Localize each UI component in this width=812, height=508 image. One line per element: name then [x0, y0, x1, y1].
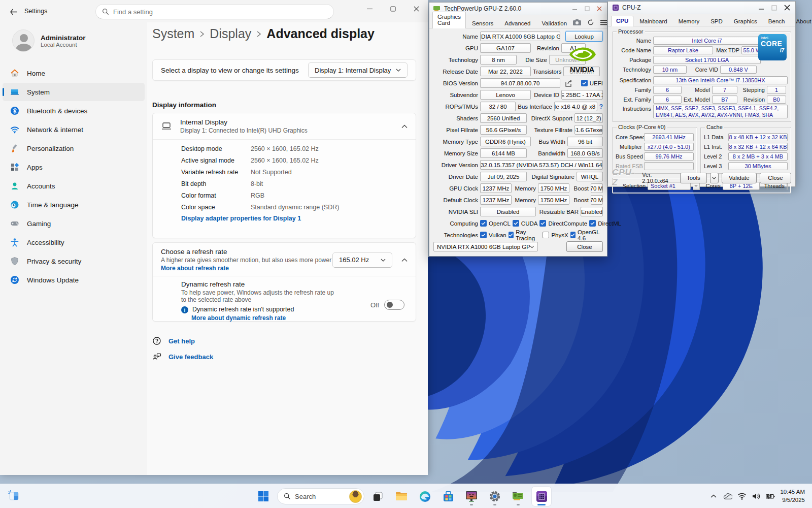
tab-spd[interactable]: SPD [705, 16, 728, 26]
tab-sensors[interactable]: Sensors [467, 18, 498, 28]
opengl-label: OpenGL 4.6 [578, 229, 603, 241]
chevron-up-icon[interactable] [401, 258, 408, 262]
wifi-icon[interactable] [737, 492, 747, 501]
l1-data-field: 8 x 48 KB + 12 x 32 KB [728, 133, 788, 141]
tab-memory[interactable]: Memory [673, 16, 705, 26]
opengl-checkbox[interactable]: OpenGL 4.6 [570, 229, 603, 241]
cpuz-close-button[interactable]: Close [760, 173, 791, 183]
sidebar-item-privacy[interactable]: Privacy & security [3, 252, 145, 270]
tools-button[interactable]: Tools [680, 173, 707, 183]
minimize-button[interactable] [572, 6, 578, 11]
refresh-rate-dropdown[interactable]: 165.02 Hz [332, 252, 392, 268]
minimize-button[interactable] [759, 5, 764, 11]
maximize-button[interactable] [585, 6, 590, 11]
close-button[interactable] [404, 0, 428, 17]
lookup-button[interactable]: Lookup [565, 31, 603, 42]
user-account-type: Local Account [41, 42, 86, 48]
tab-cpu[interactable]: CPU [611, 16, 633, 26]
sidebar-item-system[interactable]: System [3, 83, 145, 101]
sidebar-item-personalization[interactable]: Personalization [3, 139, 145, 157]
gpu-select-dropdown[interactable]: NVIDIA RTX A1000 6GB Laptop GPU [433, 242, 538, 251]
gpuz-tabs: Graphics Card Sensors Advanced Validatio… [429, 15, 607, 28]
chevron-up-icon[interactable] [401, 124, 408, 129]
clock-date: 9/5/2025 [780, 496, 805, 504]
sidebar-item-label: Accounts [27, 182, 55, 190]
cpuz-footer: CPU-Z Ver. 2.10.0.x64 Tools Validate Clo… [608, 171, 795, 184]
uefi-checkbox[interactable]: UEFI [581, 80, 603, 86]
settings-search-box[interactable] [95, 4, 334, 19]
multiplier-label: Multiplier [616, 144, 642, 150]
tools-dropdown-arrow[interactable] [710, 173, 719, 183]
more-about-refresh-rate-link[interactable]: More about refresh rate [161, 265, 332, 272]
directcompute-checkbox[interactable]: DirectCompute [539, 220, 587, 227]
chevron-right-icon [256, 30, 261, 38]
bus-interface-help-button[interactable]: ? [599, 103, 603, 110]
task-view-button[interactable] [368, 487, 388, 506]
start-button[interactable] [254, 487, 273, 506]
close-button[interactable] [597, 6, 602, 11]
opencl-checkbox[interactable]: OpenCL [480, 220, 511, 227]
onedrive-icon[interactable] [723, 492, 732, 501]
menu-icon[interactable] [600, 20, 607, 25]
tab-about[interactable]: About [791, 16, 812, 26]
breadcrumb-system[interactable]: System [152, 26, 194, 41]
directml-checkbox[interactable]: DirectML [589, 220, 621, 227]
sidebar-item-accessibility[interactable]: Accessibility [3, 233, 145, 251]
sidebar-item-windows-update[interactable]: Windows Update [3, 271, 145, 289]
gpuz-taskbar-button[interactable] [509, 487, 528, 506]
maximize-button[interactable] [381, 0, 404, 17]
battery-icon[interactable] [766, 492, 775, 501]
refresh-icon[interactable] [587, 19, 594, 26]
minimize-button[interactable] [358, 0, 381, 17]
internal-display-expander[interactable]: Internal Display Display 1: Connected to… [153, 113, 416, 139]
tab-graphics[interactable]: Graphics [729, 16, 762, 26]
back-button[interactable] [7, 6, 19, 18]
cuda-checkbox[interactable]: CUDA [513, 220, 538, 227]
get-help-link[interactable]: Get help [152, 336, 195, 345]
taskbar-clock[interactable]: 10:45 AM 9/5/2025 [780, 488, 808, 504]
display-select-dropdown[interactable]: Display 1: Internal Display [308, 62, 408, 78]
sidebar-item-bluetooth[interactable]: Bluetooth & devices [3, 102, 145, 120]
display-adapter-properties-link[interactable]: Display adapter properties for Display 1 [181, 215, 416, 222]
breadcrumb-display[interactable]: Display [210, 26, 251, 41]
processor-group: Processor intel. CORE i7 Name Intel Core… [612, 31, 791, 122]
settings-search-input[interactable] [113, 8, 327, 16]
more-about-dynamic-refresh-link[interactable]: More about dynamic refresh rate [191, 314, 408, 322]
monitor-app-button[interactable] [462, 487, 481, 506]
user-profile[interactable]: Administrator Local Account [12, 29, 86, 52]
sidebar-item-home[interactable]: Home [3, 64, 145, 82]
sidebar-item-network[interactable]: Network & internet [3, 120, 145, 139]
maximize-button[interactable] [771, 5, 777, 11]
close-button[interactable] [784, 5, 790, 11]
sidebar-item-time-language[interactable]: Time & language [3, 196, 145, 214]
sidebar-item-accounts[interactable]: Accounts [3, 177, 145, 195]
give-feedback-link[interactable]: Give feedback [152, 352, 213, 361]
gpuz-technology-label: Technology [433, 57, 478, 63]
tray-overflow-chevron[interactable] [709, 492, 718, 501]
settings-taskbar-button[interactable] [485, 487, 504, 506]
screenshot-camera-icon[interactable] [573, 19, 581, 25]
widgets-button[interactable] [7, 489, 20, 502]
physx-label: PhysX [551, 232, 568, 238]
edge-browser-button[interactable] [415, 487, 434, 506]
file-explorer-button[interactable] [392, 487, 411, 506]
tab-graphics-card[interactable]: Graphics Card [432, 12, 466, 28]
dynamic-refresh-toggle[interactable] [384, 300, 404, 310]
tab-mainboard[interactable]: Mainboard [634, 16, 672, 26]
cpuz-taskbar-button[interactable] [532, 487, 551, 506]
gpuz-close-button[interactable]: Close [566, 241, 603, 252]
tab-validation[interactable]: Validation [536, 18, 572, 28]
sidebar-item-apps[interactable]: Apps [3, 158, 145, 176]
checkbox-checked-icon [581, 80, 588, 86]
vulkan-checkbox[interactable]: Vulkan [480, 232, 506, 238]
validate-button[interactable]: Validate [722, 173, 757, 183]
sidebar-item-gaming[interactable]: Gaming [3, 214, 145, 233]
tab-advanced[interactable]: Advanced [499, 18, 535, 28]
microsoft-store-button[interactable] [438, 487, 458, 506]
share-icon[interactable] [565, 80, 573, 87]
taskbar-search[interactable]: Search [277, 488, 364, 504]
volume-icon[interactable] [752, 492, 761, 501]
physx-checkbox[interactable]: PhysX [543, 232, 568, 238]
tab-bench[interactable]: Bench [763, 16, 790, 26]
raytracing-checkbox[interactable]: Ray Tracing [509, 229, 541, 241]
